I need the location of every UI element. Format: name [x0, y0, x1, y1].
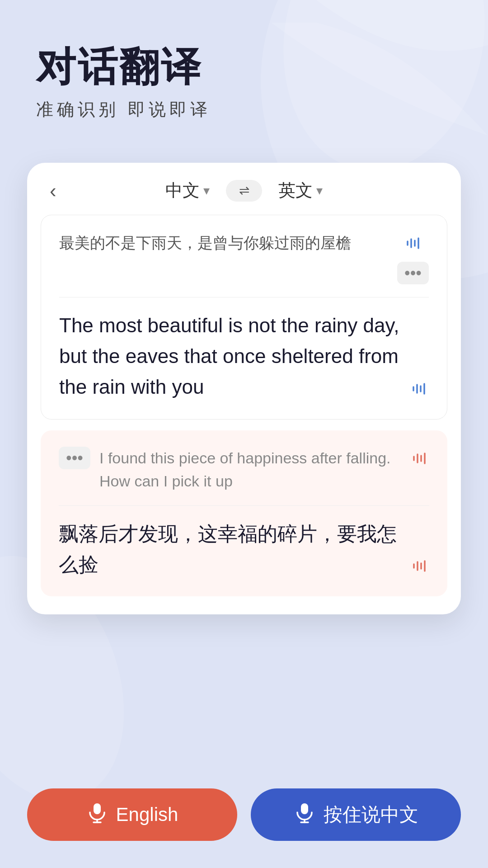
chinese-mic-icon	[294, 802, 315, 828]
lang-left-label: 中文	[165, 179, 200, 202]
chinese-button-label: 按住说中文	[324, 802, 418, 827]
bubble-1-top: 最美的不是下雨天，是曾与你躲过雨的屋檐 •••	[59, 231, 429, 284]
bottom-buttons: English 按住说中文	[27, 788, 461, 841]
bubble-1-translation: The most beautiful is not the rainy day,…	[59, 310, 409, 403]
messages-container: 最美的不是下雨天，是曾与你躲过雨的屋檐 ••• The most beautif…	[27, 215, 461, 596]
swap-language-button[interactable]: ⇌	[226, 180, 262, 202]
swap-icon: ⇌	[239, 183, 249, 198]
lang-left-chevron: ▾	[203, 183, 210, 198]
page-subtitle: 准确识别 即说即译	[36, 98, 211, 121]
english-speak-button[interactable]: English	[27, 788, 237, 841]
bubble-1: 最美的不是下雨天，是曾与你躲过雨的屋檐 ••• The most beautif…	[41, 215, 447, 420]
bubble-2-top: ••• I found this piece of happiness afte…	[59, 447, 429, 493]
english-mic-icon	[86, 802, 108, 828]
bubble-1-divider	[59, 297, 429, 297]
bubble-2-source: I found this piece of happiness after fa…	[99, 447, 409, 493]
back-button[interactable]: ‹	[50, 179, 56, 202]
bubble-2-source-sound-button[interactable]	[409, 448, 429, 472]
bubble-2-more-button[interactable]: •••	[59, 447, 90, 469]
bubble-1-source-sound-button[interactable]	[403, 233, 423, 257]
lang-right-selector[interactable]: 英文 ▾	[278, 179, 323, 202]
bubble-2-divider	[59, 505, 429, 506]
svg-point-1	[263, 0, 488, 187]
bubble-1-translation-sound-button[interactable]	[409, 379, 429, 403]
svg-rect-6	[301, 803, 308, 814]
lang-right-label: 英文	[278, 179, 313, 202]
page-title: 对话翻译	[36, 45, 211, 89]
bubble-2-translation: 飘落后才发现，这幸福的碎片，要我怎么捡	[59, 519, 409, 580]
bubble-2-translation-sound-button[interactable]	[409, 556, 429, 580]
bubble-1-source: 最美的不是下雨天，是曾与你躲过雨的屋檐	[59, 231, 397, 255]
lang-right-chevron: ▾	[316, 183, 323, 198]
card-toolbar: ‹ 中文 ▾ ⇌ 英文 ▾	[27, 163, 461, 215]
bubble-1-more-button[interactable]: •••	[397, 262, 429, 284]
main-card: ‹ 中文 ▾ ⇌ 英文 ▾ 最美的不是下雨天，是曾与你躲过雨的屋檐	[27, 163, 461, 614]
lang-left-selector[interactable]: 中文 ▾	[165, 179, 210, 202]
header-section: 对话翻译 准确识别 即说即译	[36, 45, 211, 121]
english-button-label: English	[116, 804, 178, 826]
chinese-speak-button[interactable]: 按住说中文	[251, 788, 461, 841]
svg-rect-3	[94, 803, 101, 814]
bubble-2: ••• I found this piece of happiness afte…	[41, 430, 447, 596]
